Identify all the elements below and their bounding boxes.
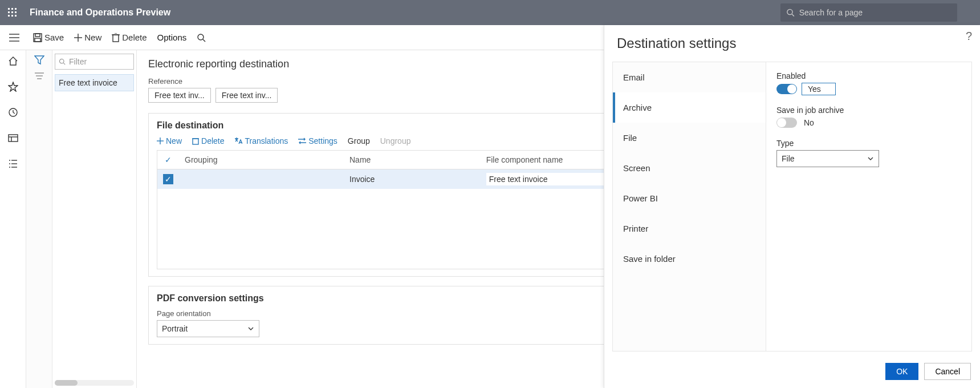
svg-line-23 bbox=[203, 39, 205, 42]
delete-label: Delete bbox=[122, 33, 147, 42]
ok-button[interactable]: OK bbox=[885, 363, 918, 380]
panel-form: Enabled Yes Save in job archive No Type … bbox=[766, 62, 972, 351]
type-label: Type bbox=[776, 139, 961, 148]
svg-rect-19 bbox=[113, 35, 119, 42]
svg-rect-8 bbox=[15, 15, 17, 17]
svg-line-26 bbox=[13, 112, 15, 114]
panel-title: Destination settings bbox=[617, 35, 967, 51]
col-name[interactable]: Name bbox=[344, 151, 481, 169]
new-button[interactable]: New bbox=[74, 33, 101, 42]
svg-rect-6 bbox=[8, 15, 10, 17]
nav-rail bbox=[0, 50, 26, 388]
tab-archive[interactable]: Archive bbox=[613, 92, 766, 123]
svg-rect-15 bbox=[35, 34, 40, 37]
trash-icon bbox=[192, 137, 199, 145]
save-label: Save bbox=[44, 33, 64, 42]
reference-value-1[interactable]: Free text inv... bbox=[148, 88, 211, 103]
svg-line-40 bbox=[63, 63, 65, 64]
new-label: New bbox=[84, 33, 101, 42]
svg-rect-27 bbox=[9, 135, 18, 142]
fd-ungroup-button: Ungroup bbox=[380, 136, 411, 146]
hamburger-icon[interactable] bbox=[6, 34, 23, 42]
enabled-toggle[interactable] bbox=[776, 84, 797, 94]
help-icon[interactable]: ? bbox=[966, 30, 972, 43]
plus-icon bbox=[157, 138, 164, 144]
fd-new-button[interactable]: New bbox=[157, 136, 182, 146]
orientation-select[interactable]: Portrait bbox=[157, 320, 259, 337]
list-scrollbar-thumb[interactable] bbox=[55, 380, 78, 386]
svg-rect-5 bbox=[15, 11, 17, 13]
options-label: Options bbox=[157, 33, 187, 42]
chevron-down-icon bbox=[247, 325, 254, 332]
list-item[interactable]: Free text invoice bbox=[55, 74, 134, 91]
star-icon[interactable] bbox=[8, 82, 18, 94]
record-list-panel: Free text invoice bbox=[52, 50, 137, 388]
svg-rect-2 bbox=[15, 8, 17, 10]
fd-translations-button[interactable]: Translations bbox=[234, 136, 288, 146]
col-grouping[interactable]: Grouping bbox=[179, 151, 344, 169]
enabled-value[interactable]: Yes bbox=[802, 83, 836, 95]
workspaces-icon[interactable] bbox=[8, 133, 18, 145]
translate-icon bbox=[234, 137, 242, 145]
app-topbar: Finance and Operations Preview bbox=[0, 0, 980, 25]
svg-point-9 bbox=[787, 9, 792, 14]
modules-icon[interactable] bbox=[8, 159, 18, 171]
tab-email[interactable]: Email bbox=[613, 62, 766, 92]
svg-line-10 bbox=[792, 14, 794, 17]
global-search[interactable] bbox=[780, 3, 957, 22]
enabled-label: Enabled bbox=[776, 71, 961, 80]
save-icon bbox=[33, 33, 42, 42]
svg-point-39 bbox=[59, 59, 63, 63]
row-checkbox[interactable]: ✓ bbox=[163, 174, 173, 184]
svg-rect-43 bbox=[193, 139, 198, 144]
home-icon[interactable] bbox=[8, 56, 18, 68]
save-archive-value: No bbox=[802, 117, 836, 128]
delete-button[interactable]: Delete bbox=[112, 33, 147, 42]
search-icon bbox=[786, 8, 795, 17]
list-indicator-icon[interactable] bbox=[32, 70, 46, 82]
swap-icon bbox=[298, 138, 306, 144]
search-icon bbox=[197, 33, 206, 42]
save-archive-toggle[interactable] bbox=[776, 118, 797, 128]
tab-file[interactable]: File bbox=[613, 123, 766, 153]
list-filter-input[interactable] bbox=[69, 57, 130, 66]
cell-name[interactable]: Invoice bbox=[344, 169, 481, 189]
find-button[interactable] bbox=[197, 33, 206, 42]
recent-icon[interactable] bbox=[8, 107, 18, 119]
search-input[interactable] bbox=[799, 8, 951, 17]
svg-rect-1 bbox=[11, 8, 13, 10]
filter-rail bbox=[26, 50, 52, 388]
tab-screen[interactable]: Screen bbox=[613, 153, 766, 183]
cell-grouping[interactable] bbox=[179, 169, 344, 189]
trash-icon bbox=[112, 33, 120, 42]
funnel-icon[interactable] bbox=[34, 55, 44, 67]
cancel-button[interactable]: Cancel bbox=[924, 363, 971, 380]
chevron-down-icon bbox=[867, 155, 874, 162]
col-select[interactable]: ✓ bbox=[157, 151, 180, 169]
svg-rect-4 bbox=[11, 11, 13, 13]
waffle-icon[interactable] bbox=[0, 0, 25, 25]
tab-printer[interactable]: Printer bbox=[613, 213, 766, 244]
plus-icon bbox=[74, 34, 82, 42]
options-button[interactable]: Options bbox=[157, 33, 187, 42]
type-select[interactable]: File bbox=[776, 150, 879, 167]
app-title: Finance and Operations Preview bbox=[30, 7, 170, 18]
fd-group-button[interactable]: Group bbox=[348, 136, 370, 146]
svg-point-22 bbox=[198, 34, 204, 40]
search-icon bbox=[59, 58, 66, 66]
destination-settings-panel: ? Destination settings Email Archive Fil… bbox=[604, 25, 980, 388]
fd-delete-button[interactable]: Delete bbox=[192, 136, 224, 146]
panel-tabs: Email Archive File Screen Power BI Print… bbox=[612, 62, 766, 351]
list-filter[interactable] bbox=[55, 54, 134, 70]
tab-save-folder[interactable]: Save in folder bbox=[613, 244, 766, 274]
svg-rect-16 bbox=[35, 38, 40, 42]
svg-rect-7 bbox=[11, 15, 13, 17]
tab-powerbi[interactable]: Power BI bbox=[613, 183, 766, 213]
save-archive-label: Save in job archive bbox=[776, 106, 961, 115]
reference-value-2[interactable]: Free text inv... bbox=[215, 88, 278, 103]
svg-rect-0 bbox=[8, 8, 10, 10]
fd-settings-button[interactable]: Settings bbox=[298, 136, 337, 146]
save-button[interactable]: Save bbox=[33, 33, 64, 42]
svg-rect-3 bbox=[8, 11, 10, 13]
